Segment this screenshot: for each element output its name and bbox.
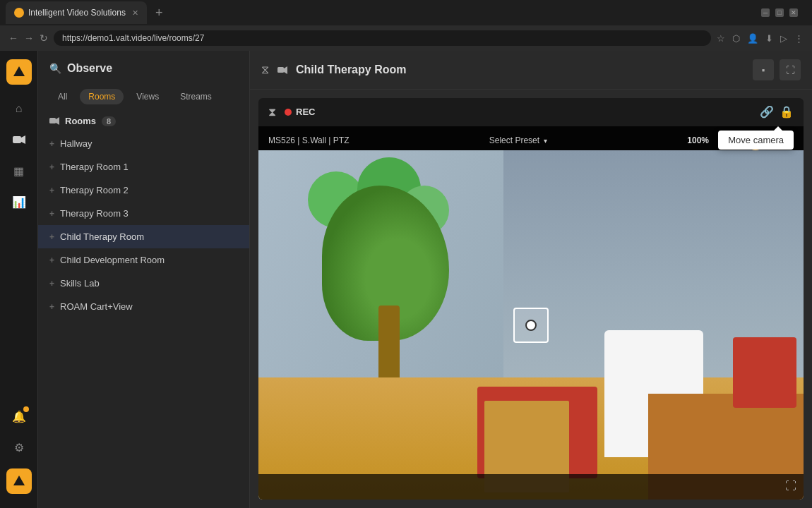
expand-icon: + xyxy=(49,209,54,219)
room-list: + Hallway + Therapy Room 1 + Therapy Roo… xyxy=(38,132,249,318)
svg-rect-2 xyxy=(49,118,56,123)
preset-chevron-icon: ▾ xyxy=(544,137,547,145)
svg-marker-1 xyxy=(21,135,25,144)
svg-rect-4 xyxy=(277,67,284,73)
room-label: Therapy Room 3 xyxy=(60,208,129,219)
nav-analytics[interactable]: 📊 xyxy=(6,189,32,214)
preset-label: Select Preset xyxy=(489,135,539,145)
link-icon[interactable]: 🔗 xyxy=(760,105,774,119)
nav-dashboard[interactable]: ▦ xyxy=(6,158,32,183)
icon-rail: ⌂ ▦ 📊 🔔 ⚙ xyxy=(0,51,38,508)
rooms-count: 8 xyxy=(102,116,116,126)
expand-icon: + xyxy=(49,232,54,242)
nav-settings[interactable]: ⚙ xyxy=(6,435,32,460)
browser-chrome: Intelligent Video Solutions ✕ + ─ □ ✕ ← … xyxy=(0,0,812,51)
volume-percentage: 100% xyxy=(687,135,709,145)
brand-logo xyxy=(6,59,32,85)
main-content: ⧖ Child Therapy Room ▪ ⛶ ⧗ REC 🔗 🔒 xyxy=(250,51,812,508)
room-label: Child Therapy Room xyxy=(60,231,144,242)
room-label: Hallway xyxy=(60,138,92,149)
nav-camera[interactable] xyxy=(6,127,32,152)
room-item-skills-lab[interactable]: + Skills Lab xyxy=(38,272,249,295)
expand-icon: + xyxy=(49,186,54,195)
page-title: Child Therapy Room xyxy=(296,64,406,76)
scene-background xyxy=(258,150,804,500)
active-tab[interactable]: Intelligent Video Solutions ✕ xyxy=(6,1,147,24)
room-item-therapy1[interactable]: + Therapy Room 1 xyxy=(38,155,249,179)
media-icon[interactable]: ▷ xyxy=(780,33,787,44)
video-scene xyxy=(258,150,804,500)
address-bar: ← → ↻ ☆ ⬡ 👤 ⬇ ▷ ⋮ xyxy=(0,25,812,51)
video-fullscreen-icon[interactable]: ⛶ xyxy=(785,480,796,492)
room-item-therapy3[interactable]: + Therapy Room 3 xyxy=(38,202,249,225)
new-tab-button[interactable]: + xyxy=(150,6,169,20)
video-bottom-bar: ⛶ xyxy=(258,474,804,500)
red-toy xyxy=(733,337,796,408)
close-button[interactable]: ✕ xyxy=(789,8,798,17)
svg-marker-5 xyxy=(284,66,287,74)
expand-icon: + xyxy=(49,139,54,149)
main-header: ⧖ Child Therapy Room ▪ ⛶ xyxy=(250,51,812,90)
move-camera-tooltip: Move camera xyxy=(718,131,794,150)
menu-icon[interactable]: ⋮ xyxy=(794,33,804,44)
filter-streams[interactable]: Streams xyxy=(172,89,220,104)
room-label: Therapy Room 2 xyxy=(60,185,129,195)
mural-tree xyxy=(301,157,498,397)
forward-button[interactable]: → xyxy=(24,32,34,44)
tab-favicon xyxy=(14,8,24,18)
browser-toolbar: ☆ ⬡ 👤 ⬇ ▷ ⋮ xyxy=(717,33,804,44)
expand-icon: + xyxy=(49,302,54,312)
search-icon: 🔍 xyxy=(49,63,61,74)
room-item-child-therapy[interactable]: + Child Therapy Room xyxy=(38,225,249,248)
rooms-section-icon xyxy=(49,117,59,125)
room-label: Therapy Room 1 xyxy=(60,162,129,172)
address-input[interactable] xyxy=(54,30,711,46)
bookmark-icon[interactable]: ☆ xyxy=(717,33,725,44)
preset-select[interactable]: Select Preset ▾ xyxy=(489,135,547,145)
room-label: Child Development Room xyxy=(60,255,165,265)
filter-rooms[interactable]: Rooms xyxy=(80,89,124,104)
view-mode-button[interactable]: ▪ xyxy=(753,59,774,80)
tab-label: Intelligent Video Solutions xyxy=(28,8,126,18)
back-button[interactable]: ← xyxy=(8,32,18,44)
notification-badge xyxy=(23,406,29,412)
ptz-outer-ring xyxy=(513,308,549,343)
rec-label: REC xyxy=(296,107,315,117)
filter-views[interactable]: Views xyxy=(128,89,167,104)
svg-rect-0 xyxy=(13,136,21,143)
maximize-button[interactable]: □ xyxy=(775,8,784,17)
room-item-hallway[interactable]: + Hallway xyxy=(38,132,249,155)
extension-icon[interactable]: ⬡ xyxy=(732,33,740,44)
fullscreen-button[interactable]: ⛶ xyxy=(780,59,801,80)
minimize-button[interactable]: ─ xyxy=(761,8,770,17)
tab-bar: Intelligent Video Solutions ✕ + ─ □ ✕ xyxy=(0,0,812,25)
download-icon[interactable]: ⬇ xyxy=(765,33,773,44)
app-container: ⌂ ▦ 📊 🔔 ⚙ 🔍 Observe All Rooms Views Stre… xyxy=(0,51,812,508)
rec-dot xyxy=(285,109,292,116)
tab-close-button[interactable]: ✕ xyxy=(132,8,138,18)
ptz-target[interactable] xyxy=(513,308,549,343)
filter-tabs: All Rooms Views Streams xyxy=(38,83,249,110)
timeline-icon: ⧖ xyxy=(261,64,269,76)
refresh-button[interactable]: ↻ xyxy=(40,32,48,44)
window-controls: ─ □ ✕ xyxy=(761,8,806,17)
expand-icon: + xyxy=(49,279,54,289)
profile-icon[interactable]: 👤 xyxy=(747,33,758,44)
nav-notifications[interactable]: 🔔 xyxy=(6,404,32,429)
room-item-roam[interactable]: + ROAM Cart+View xyxy=(38,295,249,318)
ptz-inner-dot xyxy=(525,320,537,331)
camera-icon xyxy=(277,66,287,74)
filter-all[interactable]: All xyxy=(49,89,76,104)
nav-home[interactable]: ⌂ xyxy=(6,96,32,121)
room-label: Skills Lab xyxy=(60,278,100,289)
rooms-label: Rooms xyxy=(65,116,96,126)
observe-header: 🔍 Observe xyxy=(38,51,249,83)
room-item-therapy2[interactable]: + Therapy Room 2 xyxy=(38,179,249,202)
room-item-child-dev[interactable]: + Child Development Room xyxy=(38,248,249,272)
user-avatar[interactable] xyxy=(6,468,32,494)
lock-icon[interactable]: 🔒 xyxy=(780,105,794,119)
video-container: ⧗ REC 🔗 🔒 Move camera MS526 | S.Wall | P… xyxy=(258,98,804,500)
observe-title: Observe xyxy=(67,62,112,75)
svg-marker-3 xyxy=(56,117,59,125)
expand-icon: + xyxy=(49,255,54,265)
